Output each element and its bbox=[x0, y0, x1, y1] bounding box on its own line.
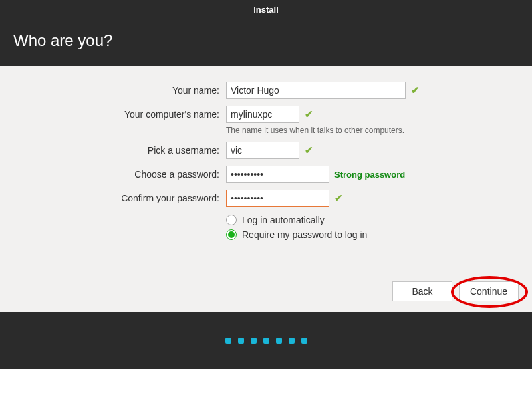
username-input[interactable] bbox=[226, 142, 299, 159]
radio-require-label: Require my password to log in bbox=[242, 229, 367, 240]
radio-icon bbox=[226, 229, 237, 240]
radio-icon bbox=[226, 215, 237, 225]
page-heading: Who are you? bbox=[13, 31, 519, 50]
computer-helper-text: The name it uses when it talks to other … bbox=[226, 126, 519, 135]
password-input[interactable] bbox=[226, 166, 329, 183]
password-label: Choose a password: bbox=[13, 169, 219, 180]
radio-auto-label: Log in automatically bbox=[242, 215, 325, 225]
content-area: Your name: ✔ Your computer's name: ✔ The… bbox=[0, 66, 532, 312]
login-options: Log in automatically Require my password… bbox=[226, 215, 519, 240]
username-label: Pick a username: bbox=[13, 145, 219, 156]
pager-dot bbox=[251, 338, 257, 344]
pager-dot bbox=[276, 338, 282, 344]
pager-dot bbox=[263, 338, 269, 344]
checkmark-icon: ✔ bbox=[411, 84, 420, 96]
window-titlebar: Install bbox=[0, 0, 532, 19]
continue-button[interactable]: Continue bbox=[459, 281, 519, 301]
computer-name-input[interactable] bbox=[226, 106, 299, 123]
radio-auto-login[interactable]: Log in automatically bbox=[226, 215, 519, 225]
pager-dot bbox=[238, 338, 244, 344]
checkmark-icon: ✔ bbox=[305, 108, 313, 120]
confirm-password-input[interactable] bbox=[226, 190, 329, 207]
pager-dot bbox=[301, 338, 307, 344]
name-label: Your name: bbox=[13, 85, 219, 96]
name-input[interactable] bbox=[226, 82, 406, 99]
checkmark-icon: ✔ bbox=[305, 144, 313, 156]
computer-label: Your computer's name: bbox=[13, 109, 219, 120]
checkmark-icon: ✔ bbox=[334, 192, 343, 204]
heading-bar: Who are you? bbox=[0, 19, 532, 66]
pager-dot bbox=[289, 338, 295, 344]
confirm-label: Confirm your password: bbox=[13, 193, 219, 203]
user-form: Your name: ✔ Your computer's name: ✔ The… bbox=[13, 82, 519, 240]
password-strength: Strong password bbox=[334, 170, 405, 180]
back-button[interactable]: Back bbox=[392, 281, 452, 301]
radio-require-password[interactable]: Require my password to log in bbox=[226, 229, 519, 240]
pager-dot bbox=[225, 338, 231, 344]
window-title: Install bbox=[253, 5, 279, 15]
progress-footer bbox=[0, 312, 532, 369]
button-bar: Back Continue bbox=[392, 281, 519, 301]
